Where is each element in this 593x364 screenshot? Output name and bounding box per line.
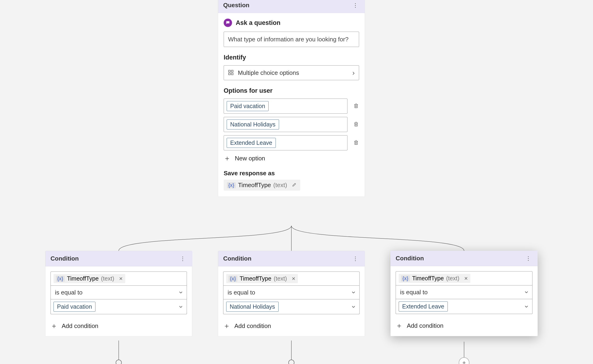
delete-option-button[interactable] bbox=[353, 121, 359, 128]
question-card-title: Question bbox=[223, 2, 249, 9]
condition-operator-picker[interactable]: is equal to › bbox=[51, 286, 187, 299]
save-response-label: Save response as bbox=[224, 170, 359, 177]
condition-variable-picker[interactable]: {x} TimeoffType (text) ✕ bbox=[51, 272, 187, 286]
remove-variable-button[interactable]: ✕ bbox=[119, 276, 123, 281]
edit-variable-button[interactable] bbox=[292, 182, 297, 189]
option-chip: Paid vacation bbox=[227, 101, 269, 111]
svg-rect-9 bbox=[231, 71, 233, 72]
entity-icon bbox=[228, 70, 234, 76]
chevron-down-icon: › bbox=[350, 306, 358, 308]
add-condition-button[interactable]: ＋ Add condition bbox=[223, 321, 360, 331]
condition-value-picker[interactable]: Paid vacation › bbox=[51, 299, 187, 314]
condition-variable-chip: {x} TimeoffType (text) ✕ bbox=[399, 274, 470, 283]
identify-label: Identify bbox=[224, 54, 359, 61]
variable-icon: {x} bbox=[401, 275, 410, 281]
chevron-down-icon: › bbox=[350, 291, 358, 293]
add-condition-button[interactable]: ＋ Add condition bbox=[396, 321, 532, 331]
condition-card[interactable]: Condition ⋮ {x} TimeoffType (text) ✕ is … bbox=[218, 251, 365, 337]
condition-card-header: Condition ⋮ bbox=[45, 251, 192, 266]
identify-picker[interactable]: Multiple choice options › bbox=[224, 65, 359, 80]
option-chip: National Holidays bbox=[227, 119, 279, 130]
trash-icon bbox=[353, 121, 359, 127]
options-label: Options for user bbox=[224, 87, 359, 94]
condition-card-body: {x} TimeoffType (text) ✕ is equal to › E… bbox=[391, 266, 538, 336]
chevron-down-icon: › bbox=[523, 306, 531, 308]
condition-card-title: Condition bbox=[396, 255, 424, 262]
svg-rect-10 bbox=[229, 73, 230, 75]
condition-value-picker[interactable]: National Holidays › bbox=[223, 299, 360, 314]
variable-type: (text) bbox=[273, 182, 287, 189]
condition-variable-chip: {x} TimeoffType (text) ✕ bbox=[226, 274, 298, 283]
option-chip: Extended Leave bbox=[227, 138, 276, 148]
condition-card[interactable]: Condition ⋮ {x} TimeoffType (text) ✕ is … bbox=[45, 251, 192, 337]
add-condition-button[interactable]: ＋ Add condition bbox=[51, 321, 187, 331]
condition-variable-type: (text) bbox=[274, 275, 287, 282]
chevron-down-icon: › bbox=[523, 291, 531, 293]
option-row: Paid vacation bbox=[224, 98, 359, 114]
option-input[interactable]: Paid vacation bbox=[224, 98, 347, 114]
condition-card[interactable]: Condition ⋮ {x} TimeoffType (text) ✕ is … bbox=[391, 251, 538, 336]
identify-value: Multiple choice options bbox=[238, 69, 299, 77]
condition-operator-picker[interactable]: is equal to › bbox=[396, 286, 532, 299]
plus-icon: ＋ bbox=[224, 154, 231, 163]
pencil-icon bbox=[292, 182, 297, 187]
add-condition-label: Add condition bbox=[407, 322, 444, 329]
condition-card-title: Condition bbox=[51, 255, 79, 262]
condition-value-picker[interactable]: Extended Leave › bbox=[396, 299, 532, 314]
remove-variable-button[interactable]: ✕ bbox=[292, 276, 296, 281]
svg-rect-8 bbox=[229, 71, 230, 72]
svg-point-2 bbox=[116, 360, 121, 364]
question-card-body: Ask a question What type of information … bbox=[218, 13, 365, 197]
svg-rect-11 bbox=[231, 73, 233, 75]
condition-variable-type: (text) bbox=[446, 275, 459, 282]
question-text-input[interactable]: What type of information are you looking… bbox=[224, 32, 359, 47]
new-option-label: New option bbox=[235, 155, 265, 162]
more-menu-button[interactable]: ⋮ bbox=[351, 258, 360, 260]
chat-icon bbox=[224, 19, 232, 27]
question-card-header: Question ⋮ bbox=[218, 0, 365, 13]
condition-variable-name: TimeoffType bbox=[67, 275, 99, 282]
condition-variable-picker[interactable]: {x} TimeoffType (text) ✕ bbox=[223, 272, 360, 286]
option-input[interactable]: National Holidays bbox=[224, 117, 347, 132]
more-menu-button[interactable]: ⋮ bbox=[524, 257, 532, 260]
variable-name: TimeoffType bbox=[238, 182, 271, 189]
condition-variable-name: TimeoffType bbox=[412, 275, 444, 282]
condition-value-chip: Paid vacation bbox=[54, 302, 95, 312]
option-input[interactable]: Extended Leave bbox=[224, 135, 347, 150]
more-menu-button[interactable]: ⋮ bbox=[351, 4, 360, 6]
condition-variable-name: TimeoffType bbox=[240, 275, 271, 282]
condition-card-title: Condition bbox=[223, 255, 251, 262]
plus-icon: ＋ bbox=[396, 321, 403, 331]
variable-chip[interactable]: {x} TimeoffType (text) bbox=[224, 180, 300, 191]
condition-operator: is equal to bbox=[55, 289, 83, 296]
condition-variable-picker[interactable]: {x} TimeoffType (text) ✕ bbox=[396, 271, 532, 286]
new-option-button[interactable]: ＋ New option bbox=[224, 154, 359, 163]
plus-icon: ＋ bbox=[51, 321, 57, 331]
ask-question-label: Ask a question bbox=[236, 19, 280, 26]
option-row: Extended Leave bbox=[224, 135, 359, 150]
option-row: National Holidays bbox=[224, 117, 359, 132]
question-card[interactable]: Question ⋮ Ask a question What type of i… bbox=[218, 0, 365, 197]
ask-question-row: Ask a question bbox=[224, 19, 359, 27]
condition-value-chip: Extended Leave bbox=[399, 301, 448, 312]
delete-option-button[interactable] bbox=[353, 139, 359, 147]
condition-card-body: {x} TimeoffType (text) ✕ is equal to › N… bbox=[218, 266, 365, 336]
add-condition-label: Add condition bbox=[62, 322, 98, 330]
condition-variable-chip: {x} TimeoffType (text) ✕ bbox=[54, 274, 125, 283]
variable-icon: {x} bbox=[229, 276, 237, 282]
condition-variable-type: (text) bbox=[101, 275, 114, 282]
condition-card-header: Condition ⋮ bbox=[218, 251, 365, 266]
condition-card-header: Condition ⋮ bbox=[391, 251, 538, 266]
remove-variable-button[interactable]: ✕ bbox=[464, 276, 468, 281]
delete-option-button[interactable] bbox=[353, 103, 359, 110]
chevron-down-icon: › bbox=[177, 291, 185, 293]
trash-icon bbox=[353, 103, 359, 109]
plus-icon: ＋ bbox=[223, 321, 230, 331]
more-menu-button[interactable]: ⋮ bbox=[179, 258, 187, 260]
svg-text:+: + bbox=[462, 359, 466, 364]
condition-operator-picker[interactable]: is equal to › bbox=[223, 286, 360, 299]
svg-point-6 bbox=[459, 358, 469, 364]
condition-operator: is equal to bbox=[228, 289, 255, 296]
svg-point-4 bbox=[289, 360, 294, 364]
chevron-down-icon: › bbox=[177, 306, 185, 308]
